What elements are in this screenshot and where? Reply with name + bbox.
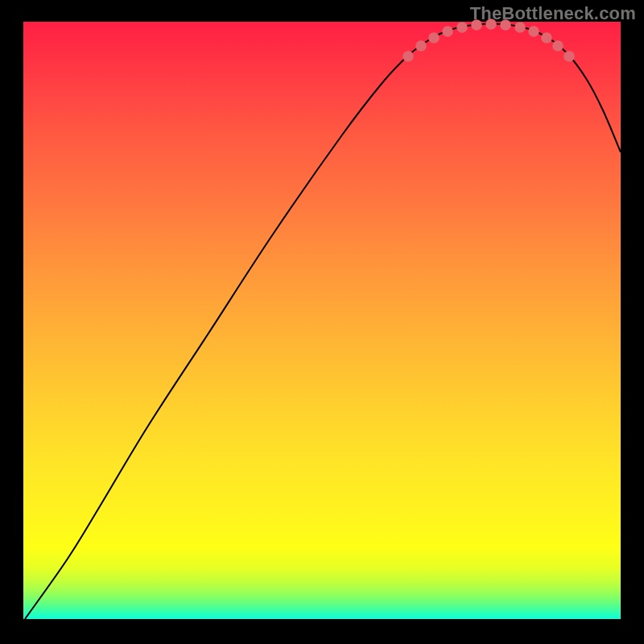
highlight-dot (564, 51, 575, 62)
highlight-dot (528, 26, 539, 37)
highlight-dot (456, 22, 468, 33)
highlight-dot (415, 40, 427, 52)
highlight-dot (428, 32, 440, 43)
highlight-dot (442, 26, 453, 37)
highlight-dot (402, 51, 414, 62)
highlight-dot (552, 40, 564, 52)
chart-overlay (23, 22, 621, 619)
watermark-text: TheBottleneck.com (470, 3, 636, 24)
bottleneck-curve (25, 24, 621, 619)
highlight-dot (541, 32, 552, 43)
